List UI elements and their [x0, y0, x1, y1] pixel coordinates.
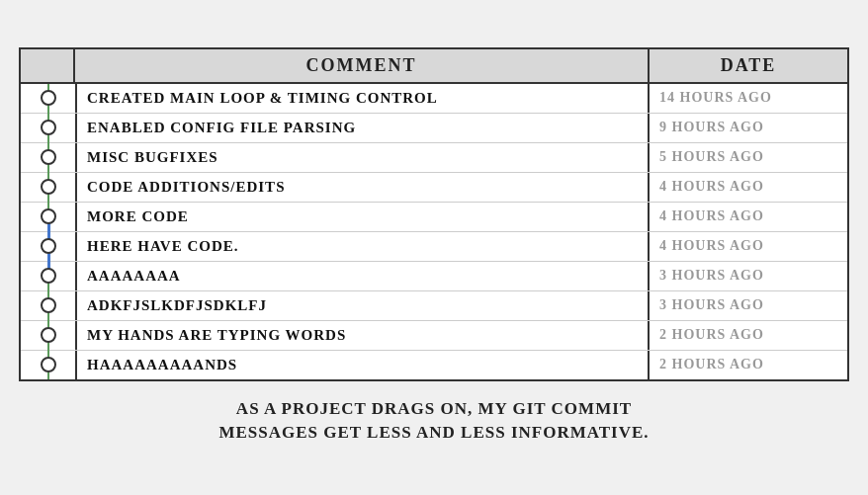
row-comment: MISC BUGFIXES — [75, 143, 650, 172]
row-icon-cell — [21, 232, 75, 261]
row-date: 3 HOURS AGO — [650, 291, 847, 320]
commit-circle — [41, 120, 56, 135]
table-row: MY HANDS ARE TYPING WORDS 2 HOURS AGO — [21, 321, 847, 351]
row-date: 5 HOURS AGO — [650, 143, 847, 172]
row-date: 2 HOURS AGO — [650, 321, 847, 350]
row-icon-cell — [21, 203, 75, 231]
row-icon-cell — [21, 351, 75, 379]
commit-circle — [41, 238, 56, 254]
commit-circle — [41, 149, 56, 165]
table-row: AAAAAAAA 3 HOURS AGO — [21, 262, 847, 291]
row-icon-cell — [21, 173, 75, 202]
row-date: 9 HOURS AGO — [650, 114, 847, 142]
commit-circle — [41, 90, 56, 106]
table-row: ADKFJSLKDFJSDKLFJ 3 HOURS AGO — [21, 291, 847, 321]
row-icon-cell — [21, 114, 75, 142]
table-body: CREATED MAIN LOOP & TIMING CONTROL 14 HO… — [21, 84, 847, 379]
table-header: COMMENT DATE — [21, 49, 847, 84]
row-comment: HERE HAVE CODE. — [75, 232, 650, 261]
row-date: 4 HOURS AGO — [650, 203, 847, 231]
table-row: HAAAAAAAAANDS 2 HOURS AGO — [21, 351, 847, 379]
commit-circle — [41, 208, 56, 224]
row-icon-cell — [21, 291, 75, 320]
row-date: 14 HOURS AGO — [650, 84, 847, 113]
row-comment: CODE ADDITIONS/EDITS — [75, 173, 650, 202]
icon-column-header — [21, 49, 75, 82]
row-comment: ADKFJSLKDFJSDKLFJ — [75, 291, 650, 320]
table-row: ENABLED CONFIG FILE PARSING 9 HOURS AGO — [21, 114, 847, 143]
main-container: COMMENT DATE CREATED MAIN LOOP & TIMING … — [9, 38, 859, 458]
table-row: CODE ADDITIONS/EDITS 4 HOURS AGO — [21, 173, 847, 203]
table-row: HERE HAVE CODE. 4 HOURS AGO — [21, 232, 847, 262]
git-log-table: COMMENT DATE CREATED MAIN LOOP & TIMING … — [19, 47, 849, 381]
row-date: 3 HOURS AGO — [650, 262, 847, 290]
date-column-header: DATE — [650, 49, 847, 82]
row-date: 2 HOURS AGO — [650, 351, 847, 379]
caption-line1: AS A PROJECT DRAGS ON, MY GIT COMMIT — [19, 397, 849, 421]
row-date: 4 HOURS AGO — [650, 232, 847, 261]
comment-column-header: COMMENT — [75, 49, 650, 82]
row-date: 4 HOURS AGO — [650, 173, 847, 202]
commit-circle — [41, 297, 56, 313]
table-row: MISC BUGFIXES 5 HOURS AGO — [21, 143, 847, 173]
row-comment: ENABLED CONFIG FILE PARSING — [75, 114, 650, 142]
row-icon-cell — [21, 143, 75, 172]
row-icon-cell — [21, 262, 75, 290]
caption-line2: MESSAGES GET LESS AND LESS INFORMATIVE. — [19, 421, 849, 445]
row-comment: MY HANDS ARE TYPING WORDS — [75, 321, 650, 350]
row-comment: HAAAAAAAAANDS — [75, 351, 650, 379]
caption: AS A PROJECT DRAGS ON, MY GIT COMMIT MES… — [19, 393, 849, 449]
commit-circle — [41, 268, 56, 284]
commit-circle — [41, 179, 56, 195]
commit-circle — [41, 357, 56, 372]
row-comment: CREATED MAIN LOOP & TIMING CONTROL — [75, 84, 650, 113]
row-icon-cell — [21, 84, 75, 113]
table-row: CREATED MAIN LOOP & TIMING CONTROL 14 HO… — [21, 84, 847, 114]
row-icon-cell — [21, 321, 75, 350]
table-row: MORE CODE 4 HOURS AGO — [21, 203, 847, 232]
commit-circle — [41, 327, 56, 343]
row-comment: MORE CODE — [75, 203, 650, 231]
row-comment: AAAAAAAA — [75, 262, 650, 290]
